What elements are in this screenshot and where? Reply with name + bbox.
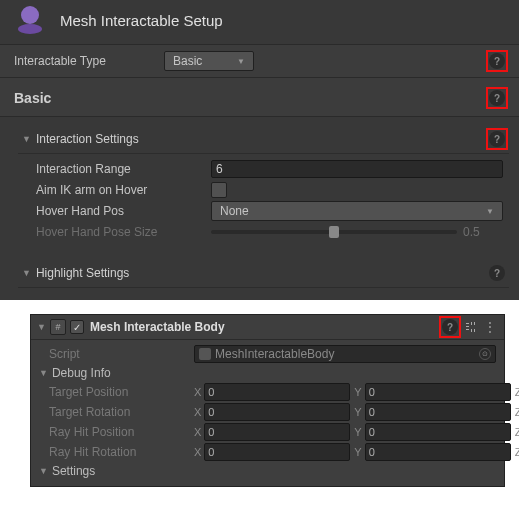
component-enabled-checkbox[interactable]: ✓ <box>70 320 84 334</box>
interaction-settings-foldout[interactable]: ▼ Interaction Settings ? <box>18 125 509 154</box>
panel-title: Mesh Interactable Setup <box>60 12 223 29</box>
script-icon: # <box>50 319 66 335</box>
vector-row-label: Target Position <box>39 385 194 399</box>
interaction-range-input[interactable] <box>211 160 503 178</box>
script-row: Script MeshInteractableBody ⊙ <box>39 344 496 364</box>
script-file-icon <box>199 348 211 360</box>
hover-hand-pose-size-label: Hover Hand Pose Size <box>36 225 211 239</box>
foldout-arrow-icon: ▼ <box>22 268 31 278</box>
hover-hand-pos-value: None <box>220 204 249 218</box>
help-icon[interactable]: ? <box>442 319 458 335</box>
interaction-settings-title: Interaction Settings <box>36 132 139 146</box>
hover-hand-pos-dropdown[interactable]: None ▼ <box>211 201 503 221</box>
axis-z-label: Z <box>515 386 519 398</box>
interactable-type-label: Interactable Type <box>14 54 164 68</box>
object-picker-icon[interactable]: ⊙ <box>479 348 491 360</box>
highlight-settings-title: Highlight Settings <box>36 266 129 280</box>
hover-hand-pose-size-row: Hover Hand Pose Size 0.5 <box>36 222 503 242</box>
axis-y-label: Y <box>354 426 361 438</box>
axis-x-label: X <box>194 406 201 418</box>
axis-x-label: X <box>194 446 201 458</box>
settings-foldout[interactable]: ▼ Settings <box>39 462 496 480</box>
debug-info-title: Debug Info <box>52 366 111 380</box>
interactable-type-value: Basic <box>173 54 202 68</box>
component-body: Script MeshInteractableBody ⊙ ▼ Debug In… <box>31 340 504 486</box>
axis-y-input[interactable] <box>365 423 511 441</box>
script-value: MeshInteractableBody <box>215 347 334 361</box>
interaction-range-label: Interaction Range <box>36 162 211 176</box>
aim-ik-row: Aim IK arm on Hover <box>36 180 503 200</box>
vector-row-label: Ray Hit Rotation <box>39 445 194 459</box>
vector-row: Target Rotation X Y Z <box>39 402 496 422</box>
axis-x-label: X <box>194 426 201 438</box>
component-inspector-area: ▼ # ✓ Mesh Interactable Body ? ⋮ Script … <box>0 300 519 501</box>
vector-row-label: Target Rotation <box>39 405 194 419</box>
chevron-down-icon: ▼ <box>237 57 245 66</box>
help-icon[interactable]: ? <box>489 53 505 69</box>
axis-x-input[interactable] <box>204 443 350 461</box>
interactable-type-dropdown[interactable]: Basic ▼ <box>164 51 254 71</box>
script-field[interactable]: MeshInteractableBody ⊙ <box>194 345 496 363</box>
axis-y-input[interactable] <box>365 403 511 421</box>
interaction-settings-body: Interaction Range Aim IK arm on Hover Ho… <box>18 154 509 249</box>
basic-section-body: ▼ Interaction Settings ? Interaction Ran… <box>0 117 519 288</box>
debug-info-body: Target Position X Y Z Target Rotation X … <box>39 382 496 462</box>
axis-y-label: Y <box>354 386 361 398</box>
script-label: Script <box>39 347 194 361</box>
aim-ik-checkbox[interactable] <box>211 182 227 198</box>
axis-x-label: X <box>194 386 201 398</box>
highlight-settings-foldout[interactable]: ▼ Highlight Settings ? <box>18 259 509 288</box>
settings-title: Settings <box>52 464 95 478</box>
hover-hand-pos-label: Hover Hand Pos <box>36 204 211 218</box>
axis-x-input[interactable] <box>204 403 350 421</box>
axis-y-input[interactable] <box>365 443 511 461</box>
vector-row-label: Ray Hit Position <box>39 425 194 439</box>
component-header[interactable]: ▼ # ✓ Mesh Interactable Body ? ⋮ <box>31 315 504 340</box>
mesh-interactable-setup-panel: Mesh Interactable Setup Interactable Typ… <box>0 0 519 300</box>
panel-titlebar: Mesh Interactable Setup <box>0 0 519 44</box>
axis-x-input[interactable] <box>204 423 350 441</box>
help-icon[interactable]: ? <box>489 131 505 147</box>
vector-row: Ray Hit Rotation X Y Z <box>39 442 496 462</box>
help-icon[interactable]: ? <box>489 90 505 106</box>
debug-info-foldout[interactable]: ▼ Debug Info <box>39 364 496 382</box>
mesh-logo-icon <box>12 6 48 34</box>
axis-z-label: Z <box>515 446 519 458</box>
mesh-interactable-body-component: ▼ # ✓ Mesh Interactable Body ? ⋮ Script … <box>30 314 505 487</box>
presets-icon[interactable] <box>462 319 478 335</box>
interactable-type-row: Interactable Type Basic ▼ ? <box>0 44 519 78</box>
component-title: Mesh Interactable Body <box>90 320 225 334</box>
axis-y-label: Y <box>354 446 361 458</box>
foldout-arrow-icon: ▼ <box>39 368 48 378</box>
kebab-menu-icon[interactable]: ⋮ <box>482 319 498 335</box>
chevron-down-icon: ▼ <box>486 207 494 216</box>
foldout-arrow-icon: ▼ <box>22 134 31 144</box>
interaction-range-row: Interaction Range <box>36 159 503 179</box>
aim-ik-label: Aim IK arm on Hover <box>36 183 211 197</box>
axis-y-input[interactable] <box>365 383 511 401</box>
hover-hand-pose-size-slider[interactable] <box>211 230 457 234</box>
slider-thumb-icon[interactable] <box>329 226 339 238</box>
basic-section-header: Basic ? <box>0 78 519 117</box>
vector-row: Ray Hit Position X Y Z <box>39 422 496 442</box>
axis-y-label: Y <box>354 406 361 418</box>
help-icon[interactable]: ? <box>489 265 505 281</box>
foldout-arrow-icon: ▼ <box>37 322 46 332</box>
hover-hand-pos-row: Hover Hand Pos None ▼ <box>36 201 503 221</box>
foldout-arrow-icon: ▼ <box>39 466 48 476</box>
hover-hand-pose-size-value: 0.5 <box>463 225 503 239</box>
basic-section-title: Basic <box>14 90 51 106</box>
axis-z-label: Z <box>515 406 519 418</box>
axis-z-label: Z <box>515 426 519 438</box>
axis-x-input[interactable] <box>204 383 350 401</box>
vector-row: Target Position X Y Z <box>39 382 496 402</box>
